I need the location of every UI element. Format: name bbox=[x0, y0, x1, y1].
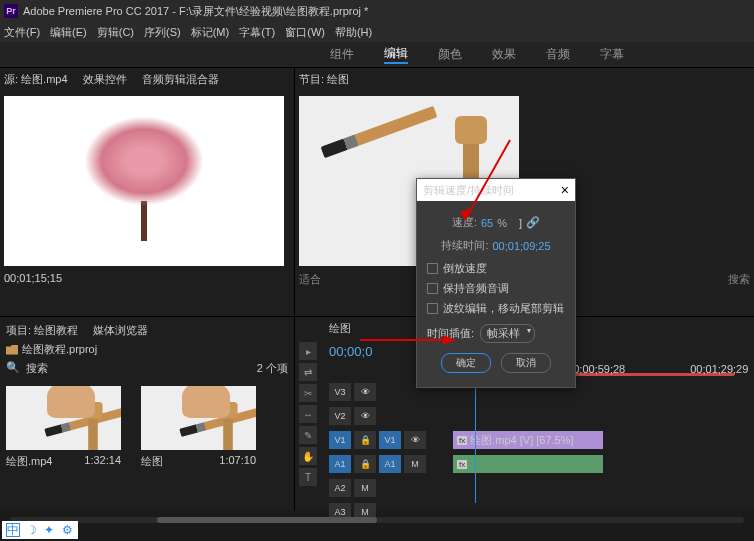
ripple-checkbox[interactable] bbox=[427, 303, 438, 314]
bin-item-1[interactable]: 绘图1:07:10 bbox=[141, 386, 256, 469]
program-tab[interactable]: 节目: 绘图 bbox=[299, 73, 349, 85]
speed-duration-dialog: 剪辑速度/持续时间 × 速度: 65 % ] 🔗 持续时间: 00;01;09;… bbox=[416, 178, 576, 388]
slip-tool-icon[interactable]: ↔ bbox=[299, 405, 317, 423]
razor-tool-icon[interactable]: ✂ bbox=[299, 384, 317, 402]
project-tab[interactable]: 项目: 绘图教程 bbox=[6, 323, 78, 338]
ws-tab-color[interactable]: 颜色 bbox=[438, 46, 462, 63]
ripple-tool-icon[interactable]: ⇄ bbox=[299, 363, 317, 381]
track-toggle[interactable]: 👁 bbox=[354, 383, 376, 401]
menu-file[interactable]: 文件(F) bbox=[4, 25, 40, 40]
window-title: Adobe Premiere Pro CC 2017 - F:\录屏文件\经验视… bbox=[23, 4, 368, 19]
search-icon[interactable]: 🔍 bbox=[6, 361, 20, 376]
close-icon[interactable]: × bbox=[561, 182, 569, 198]
ime-icon[interactable]: 中 bbox=[6, 523, 20, 537]
moon-icon[interactable]: ☽ bbox=[24, 523, 38, 537]
hand-tool-icon[interactable]: ✋ bbox=[299, 447, 317, 465]
ws-tab-captions[interactable]: 字幕 bbox=[600, 46, 624, 63]
source-tab[interactable]: 源: 绘图.mp4 bbox=[4, 72, 68, 92]
menubar: 文件(F) 编辑(E) 剪辑(C) 序列(S) 标记(M) 字幕(T) 窗口(W… bbox=[0, 22, 754, 42]
link-icon[interactable]: 🔗 bbox=[526, 216, 540, 229]
timeline-tools: ▸ ⇄ ✂ ↔ ✎ ✋ T bbox=[299, 342, 321, 486]
menu-edit[interactable]: 编辑(E) bbox=[50, 25, 87, 40]
duration-value[interactable]: 00;01;09;25 bbox=[492, 240, 550, 252]
reverse-checkbox[interactable] bbox=[427, 263, 438, 274]
interp-label: 时间插值: bbox=[427, 326, 474, 341]
pen-tool-icon[interactable]: ✎ bbox=[299, 426, 317, 444]
type-tool-icon[interactable]: T bbox=[299, 468, 317, 486]
track-mute[interactable]: M bbox=[354, 479, 376, 497]
reverse-label: 倒放速度 bbox=[443, 261, 487, 276]
ws-tab-editing[interactable]: 编辑 bbox=[384, 45, 408, 64]
source-panel: 源: 绘图.mp4 效果控件 音频剪辑混合器 00;01;15;15 bbox=[0, 68, 295, 316]
menu-marker[interactable]: 标记(M) bbox=[191, 25, 230, 40]
fx-badge: fx bbox=[457, 460, 467, 469]
program-search[interactable]: 搜索 bbox=[728, 272, 750, 287]
track-v2[interactable]: V2 bbox=[329, 407, 351, 425]
percent-label: % bbox=[497, 217, 507, 229]
bin-item-0[interactable]: 绘图.mp41:32:14 bbox=[6, 386, 121, 469]
track-lock[interactable]: 🔒 bbox=[354, 431, 376, 449]
dialog-title: 剪辑速度/持续时间 bbox=[423, 183, 514, 198]
sparkle-icon[interactable]: ✦ bbox=[42, 523, 56, 537]
interp-dropdown[interactable]: 帧采样 bbox=[480, 324, 535, 343]
src-v1[interactable]: V1 bbox=[329, 431, 351, 449]
source-monitor[interactable] bbox=[4, 96, 284, 266]
ws-tab-audio[interactable]: 音频 bbox=[546, 46, 570, 63]
ripple-label: 波纹编辑，移动尾部剪辑 bbox=[443, 301, 564, 316]
track-mute[interactable]: M bbox=[404, 455, 426, 473]
source-timecode[interactable]: 00;01;15;15 bbox=[4, 272, 62, 284]
track-toggle[interactable]: 👁 bbox=[404, 431, 426, 449]
menu-clip[interactable]: 剪辑(C) bbox=[97, 25, 134, 40]
ok-button[interactable]: 确定 bbox=[441, 353, 491, 373]
gear-icon[interactable]: ⚙ bbox=[60, 523, 74, 537]
duration-label: 持续时间: bbox=[441, 238, 488, 253]
cancel-button[interactable]: 取消 bbox=[501, 353, 551, 373]
effect-controls-tab[interactable]: 效果控件 bbox=[83, 72, 127, 92]
project-search[interactable]: 搜索 bbox=[26, 361, 48, 376]
project-crumb[interactable]: 绘图教程.prproj bbox=[22, 342, 97, 357]
thumb-dur: 1:32:14 bbox=[84, 454, 121, 469]
media-browser-tab[interactable]: 媒体浏览器 bbox=[93, 323, 148, 338]
menu-window[interactable]: 窗口(W) bbox=[285, 25, 325, 40]
ruler-mark: 00;01;29;29 bbox=[690, 363, 748, 379]
track-lock[interactable]: 🔒 bbox=[354, 455, 376, 473]
menu-title[interactable]: 字幕(T) bbox=[239, 25, 275, 40]
track-toggle[interactable]: 👁 bbox=[354, 407, 376, 425]
workspace-tabs: 组件 编辑 颜色 效果 音频 字幕 bbox=[0, 42, 754, 68]
ws-tab-effects[interactable]: 效果 bbox=[492, 46, 516, 63]
horizontal-scrollbar[interactable] bbox=[10, 517, 744, 523]
pitch-checkbox[interactable] bbox=[427, 283, 438, 294]
menu-sequence[interactable]: 序列(S) bbox=[144, 25, 181, 40]
link-bracket-icon[interactable]: ] bbox=[519, 217, 522, 229]
track-v1[interactable]: V1 bbox=[379, 431, 401, 449]
sequence-tab[interactable]: 绘图 bbox=[329, 321, 351, 336]
folder-icon bbox=[6, 345, 18, 355]
pitch-label: 保持音频音调 bbox=[443, 281, 509, 296]
app-icon: Pr bbox=[4, 4, 18, 18]
speed-label: 速度: bbox=[452, 215, 477, 230]
selection-tool-icon[interactable]: ▸ bbox=[299, 342, 317, 360]
track-a2[interactable]: A2 bbox=[329, 479, 351, 497]
audio-mixer-tab[interactable]: 音频剪辑混合器 bbox=[142, 72, 219, 92]
thumb-name: 绘图 bbox=[141, 454, 163, 469]
project-count: 2 个项 bbox=[257, 361, 288, 376]
program-fit[interactable]: 适合 bbox=[299, 272, 321, 287]
menu-help[interactable]: 帮助(H) bbox=[335, 25, 372, 40]
ws-tab-assembly[interactable]: 组件 bbox=[330, 46, 354, 63]
thumb-name: 绘图.mp4 bbox=[6, 454, 52, 469]
thumb-dur: 1:07:10 bbox=[219, 454, 256, 469]
ime-status: 中 ☽ ✦ ⚙ bbox=[2, 521, 78, 539]
track-a1[interactable]: A1 bbox=[379, 455, 401, 473]
clip-label: 绘图.mp4 [V] [67.5%] bbox=[470, 433, 573, 448]
speed-value[interactable]: 65 bbox=[481, 217, 493, 229]
src-a1[interactable]: A1 bbox=[329, 455, 351, 473]
fx-badge: fx bbox=[457, 436, 467, 445]
track-v3[interactable]: V3 bbox=[329, 383, 351, 401]
project-panel: 项目: 绘图教程 媒体浏览器 绘图教程.prproj 🔍 搜索 2 个项 绘图.… bbox=[0, 317, 295, 511]
